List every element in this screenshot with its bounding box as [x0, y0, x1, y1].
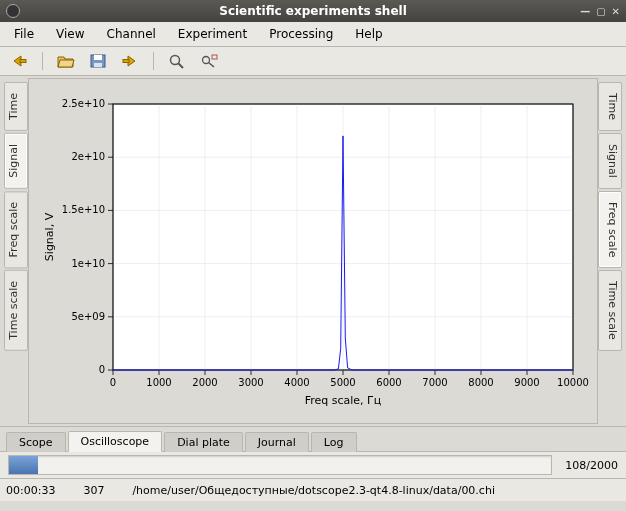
app-icon [6, 4, 20, 18]
progress-bar[interactable] [8, 455, 552, 475]
toolbar-separator [153, 52, 154, 70]
svg-text:5e+09: 5e+09 [71, 311, 105, 322]
menu-channel[interactable]: Channel [97, 24, 166, 44]
titlebar: Scientific experiments shell — ▢ ✕ [0, 0, 626, 22]
export-icon[interactable] [119, 50, 141, 72]
svg-rect-4 [123, 60, 129, 63]
menu-help[interactable]: Help [345, 24, 392, 44]
svg-rect-3 [94, 63, 102, 67]
svg-text:1000: 1000 [146, 377, 171, 388]
svg-text:0: 0 [99, 364, 105, 375]
status-time: 00:00:33 [6, 484, 55, 497]
svg-text:10000: 10000 [557, 377, 589, 388]
svg-rect-2 [94, 55, 102, 60]
svg-text:8000: 8000 [468, 377, 493, 388]
svg-rect-0 [20, 60, 26, 63]
svg-text:1.5e+10: 1.5e+10 [62, 204, 105, 215]
chart[interactable]: 0100020003000400050006000700080009000100… [35, 86, 591, 416]
window-title: Scientific experiments shell [219, 4, 407, 18]
workspace: Time Signal Freq scale Time scale 010002… [0, 76, 626, 426]
right-tab-time-scale[interactable]: Time scale [598, 270, 622, 351]
right-tab-column: Time Signal Freq scale Time scale [598, 78, 622, 424]
statusbar: 00:00:33 307 /home/user/Общедоступные/do… [0, 478, 626, 501]
svg-point-7 [203, 57, 210, 64]
zoom-icon[interactable] [166, 50, 188, 72]
tab-log[interactable]: Log [311, 432, 357, 452]
svg-line-8 [209, 63, 215, 68]
status-frame: 307 [83, 484, 104, 497]
svg-text:2000: 2000 [192, 377, 217, 388]
plot-container: 0100020003000400050006000700080009000100… [28, 78, 598, 424]
svg-text:6000: 6000 [376, 377, 401, 388]
left-tab-signal[interactable]: Signal [4, 133, 28, 189]
right-tab-signal[interactable]: Signal [598, 133, 622, 189]
tab-journal[interactable]: Journal [245, 432, 309, 452]
menu-experiment[interactable]: Experiment [168, 24, 257, 44]
svg-text:0: 0 [110, 377, 116, 388]
left-tab-freq-scale[interactable]: Freq scale [4, 191, 28, 268]
save-icon[interactable] [87, 50, 109, 72]
menu-view[interactable]: View [46, 24, 94, 44]
svg-line-6 [179, 64, 184, 69]
close-icon[interactable]: ✕ [612, 6, 620, 17]
left-tab-column: Time Signal Freq scale Time scale [4, 78, 28, 424]
left-tab-time[interactable]: Time [4, 82, 28, 131]
svg-text:7000: 7000 [422, 377, 447, 388]
right-tab-freq-scale[interactable]: Freq scale [598, 191, 622, 268]
svg-text:3000: 3000 [238, 377, 263, 388]
progress-label: 108/2000 [558, 459, 618, 472]
svg-text:Freq scale, Гц: Freq scale, Гц [305, 394, 382, 407]
progress-row: 108/2000 [0, 452, 626, 478]
minimize-icon[interactable]: — [580, 6, 590, 17]
svg-text:4000: 4000 [284, 377, 309, 388]
left-tab-time-scale[interactable]: Time scale [4, 270, 28, 351]
tab-scope[interactable]: Scope [6, 432, 66, 452]
menubar: File View Channel Experiment Processing … [0, 22, 626, 47]
toolbar [0, 47, 626, 76]
right-tab-time[interactable]: Time [598, 82, 622, 131]
measure-icon[interactable] [198, 50, 220, 72]
bottom-tabs: Scope Oscilloscope Dial plate Journal Lo… [0, 426, 626, 452]
svg-text:5000: 5000 [330, 377, 355, 388]
back-icon[interactable] [8, 50, 30, 72]
svg-text:2.5e+10: 2.5e+10 [62, 98, 105, 109]
svg-point-5 [171, 56, 180, 65]
svg-text:1e+10: 1e+10 [71, 258, 105, 269]
menu-file[interactable]: File [4, 24, 44, 44]
progress-fill [9, 456, 38, 474]
tab-dial-plate[interactable]: Dial plate [164, 432, 243, 452]
tab-oscilloscope[interactable]: Oscilloscope [68, 431, 163, 452]
window-controls: — ▢ ✕ [580, 6, 620, 17]
svg-text:9000: 9000 [514, 377, 539, 388]
open-icon[interactable] [55, 50, 77, 72]
menu-processing[interactable]: Processing [259, 24, 343, 44]
svg-rect-9 [212, 55, 217, 59]
svg-text:Signal, V: Signal, V [43, 212, 56, 261]
plot-frame: 0100020003000400050006000700080009000100… [29, 79, 597, 423]
svg-text:2e+10: 2e+10 [71, 151, 105, 162]
status-path: /home/user/Общедоступные/dotscope2.3-qt4… [132, 484, 620, 497]
maximize-icon[interactable]: ▢ [596, 6, 605, 17]
toolbar-separator [42, 52, 43, 70]
